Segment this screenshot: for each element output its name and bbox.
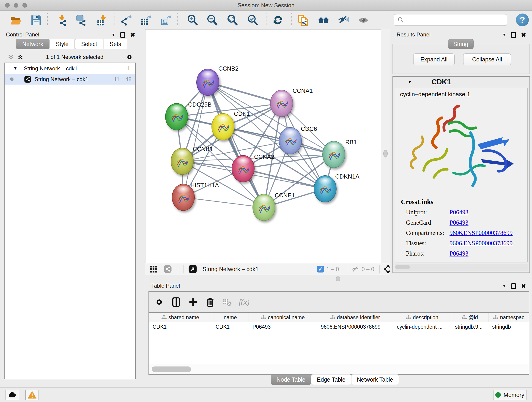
column-header-canonical-name[interactable]: canonical name [249,313,317,322]
network-view-canvas[interactable]: CCNB2 CCNA1 CDC25B CDK1 CDC6 RB1 CCNB1 C… [145,29,381,263]
show-columns-icon[interactable] [170,295,183,309]
crosslink-link[interactable]: P06493 [450,209,469,216]
tab-style[interactable]: Style [50,39,75,49]
tab-network-table[interactable]: Network Table [351,374,399,385]
network-node-CCNA2[interactable] [232,155,254,182]
zoom-out-button[interactable] [206,13,219,27]
hidden-eye-icon[interactable] [351,265,359,273]
table-cell[interactable]: P06493 [249,324,317,330]
function-builder-icon[interactable]: f(x) [239,298,249,306]
expand-all-icon[interactable] [17,54,24,61]
crosslink-link[interactable]: P06493 [450,250,469,257]
import-network-button[interactable] [56,13,69,27]
show-all-button[interactable] [357,13,370,27]
network-tree-root-row[interactable]: ▼ String Network – cdk1 1 [5,63,135,74]
tab-select[interactable]: Select [75,39,103,49]
tab-network[interactable]: Network [16,39,50,49]
entry-scrollbar[interactable] [395,264,528,271]
grid-view-icon[interactable] [149,265,158,273]
panel-float-icon[interactable] [511,32,516,38]
crosslink-link[interactable]: P06493 [450,219,469,226]
table-cell[interactable]: CDK1 [212,324,249,330]
panel-float-icon[interactable] [511,283,516,289]
table-horizontal-scrollbar[interactable] [149,364,529,374]
column-header-@id[interactable]: @id [451,313,488,322]
column-header-namespac[interactable]: namespac [488,313,529,322]
selected-checkbox-icon[interactable]: ✓ [317,266,324,273]
table-cell[interactable]: CDK1 [149,324,212,330]
panel-float-icon[interactable] [120,32,125,38]
open-session-button[interactable] [9,13,23,27]
tab-edge-table[interactable]: Edge Table [311,374,351,385]
export-image-button[interactable] [159,13,172,27]
return-home-button[interactable] [317,13,330,27]
network-node-CCNA1[interactable] [270,90,293,117]
network-options-gear-icon[interactable] [126,53,133,61]
share-view-icon[interactable] [164,265,172,273]
refresh-view-button[interactable] [271,13,285,27]
search-input[interactable] [404,17,500,23]
panel-close-icon[interactable]: ✖ [130,32,135,38]
zoom-in-button[interactable] [186,13,199,27]
network-node-CDK1[interactable] [211,113,234,140]
tab-string[interactable]: String [448,39,474,49]
table-cell[interactable]: stringdb [488,324,529,330]
crosslink-link[interactable]: 9606.ENSP00000378699 [450,230,513,236]
network-node-CCNE1[interactable] [253,194,275,221]
panel-close-icon[interactable]: ✖ [521,283,526,289]
tab-node-table[interactable]: Node Table [271,374,311,385]
column-header-database-identifier[interactable]: database identifier [317,313,393,322]
copy-network-button[interactable] [297,13,310,27]
table-cell[interactable]: cyclin-dependent ... [393,324,451,330]
help-button[interactable]: ? [516,13,529,26]
network-node-CCNB2[interactable] [196,69,219,96]
node-gloss [274,92,288,100]
entry-collapse-icon[interactable]: ▼ [408,80,412,85]
entry-header[interactable]: ▼ CDK1 [393,77,530,87]
expand-all-button[interactable]: Expand All [413,53,455,65]
export-network-button[interactable] [120,13,133,27]
control-panel: Control Panel ▼ ✖ Network Style Select S… [0,29,142,387]
panel-close-icon[interactable]: ✖ [521,32,526,38]
network-node-CDKN1A[interactable] [314,175,336,202]
network-node-RB1[interactable] [322,141,345,168]
network-selection-status: 1 of 1 Network selected [24,54,126,60]
birdseye-view-icon[interactable] [188,265,197,274]
search-box[interactable] [394,14,507,26]
create-column-icon[interactable] [186,295,200,309]
tab-sets[interactable]: Sets [104,39,127,49]
panel-menu-icon[interactable]: ▼ [111,32,115,37]
memory-button[interactable]: Memory [493,390,526,400]
panel-menu-icon[interactable]: ▼ [502,284,506,288]
export-table-button[interactable] [139,13,152,27]
column-header-shared-name[interactable]: shared name [149,313,212,322]
results-panel-splitter[interactable] [381,29,390,263]
hide-selected-button[interactable] [337,13,350,27]
panel-menu-icon[interactable]: ▼ [502,32,506,37]
tree-expand-icon[interactable]: ▼ [13,66,17,71]
network-tree-item-row[interactable]: String Network – cdk1 11 48 [5,74,135,85]
table-options-gear-icon[interactable] [152,295,166,309]
main-toolbar: ? [0,11,532,29]
search-icon [397,17,404,23]
table-body[interactable]: CDK1CDK1P064939606.ENSP00000378699cyclin… [149,322,529,364]
table-cell[interactable]: 9606.ENSP00000378699 [317,324,393,330]
warnings-button[interactable] [25,390,39,400]
clear-table-icon[interactable] [220,295,234,309]
zoom-fit-button[interactable] [226,13,239,27]
network-node-CDC6[interactable] [279,127,302,154]
collapse-all-icon[interactable] [7,54,14,61]
delete-column-icon[interactable] [203,295,217,309]
column-header-description[interactable]: description [393,313,451,322]
table-cell[interactable]: stringdb:9... [451,324,488,330]
save-session-button[interactable] [30,13,43,27]
column-header-name[interactable]: name [212,313,249,322]
collapse-all-button[interactable]: Collapse All [463,53,511,65]
crosslink-link[interactable]: 9606.ENSP00000378699 [450,240,513,247]
network-node-CDC25B[interactable] [165,103,188,130]
import-table-button[interactable] [95,13,109,27]
network-node-CCNB1[interactable] [171,148,194,175]
import-network-database-button[interactable] [75,13,88,27]
cloud-button[interactable] [6,390,19,400]
zoom-selected-button[interactable] [246,13,259,27]
